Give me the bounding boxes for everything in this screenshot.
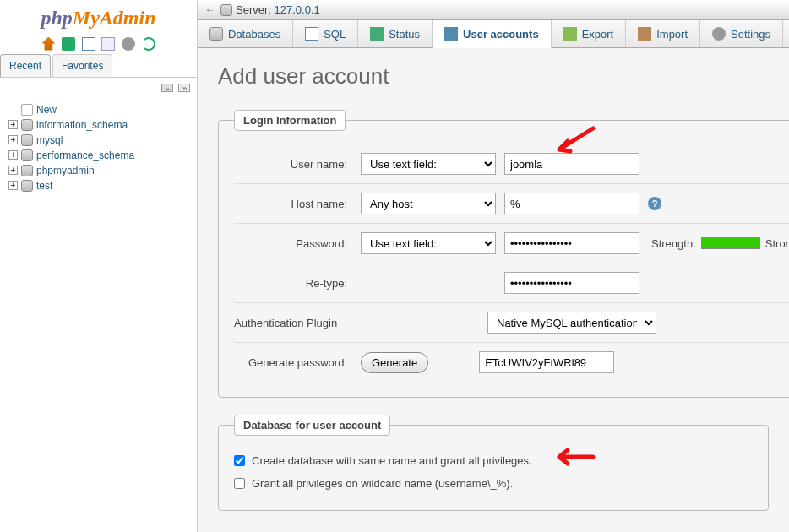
expand-icon[interactable]: +: [8, 120, 18, 129]
tab-sql[interactable]: SQL: [293, 20, 358, 47]
tree-item-phpmyadmin[interactable]: + phpmyadmin: [3, 163, 193, 178]
user-accounts-icon: [444, 27, 458, 41]
tree-item-mysql[interactable]: + mysql: [3, 133, 193, 148]
generated-password-input[interactable]: [479, 351, 614, 373]
create-db-label: Create database with same name and grant…: [252, 454, 532, 467]
sql-icon[interactable]: [82, 37, 95, 51]
tab-label: Databases: [228, 28, 280, 41]
wildcard-label: Grant all privileges on wildcard name (u…: [252, 477, 513, 490]
auth-plugin-select[interactable]: Native MySQL authentication: [487, 312, 656, 334]
import-icon: [638, 27, 651, 41]
collapse-icon[interactable]: −: [161, 84, 173, 92]
host-mode-select[interactable]: Any host: [361, 193, 496, 214]
strength-value: Strong: [765, 237, 789, 250]
username-input[interactable]: [504, 153, 639, 175]
tree-label: performance_schema: [36, 149, 134, 161]
annotation-arrow-icon: [547, 444, 597, 470]
hostname-label: Host name:: [234, 198, 361, 210]
database-icon: [21, 149, 33, 161]
export-icon: [563, 27, 577, 41]
help-icon[interactable]: ?: [648, 197, 661, 210]
logo-php: php: [41, 7, 72, 29]
logo-admin: Admin: [100, 7, 156, 29]
sql-icon: [305, 27, 318, 41]
gear-icon: [712, 27, 726, 41]
password-mode-select[interactable]: Use text field:: [361, 232, 496, 254]
breadcrumb-arrow-icon: ←: [204, 3, 215, 16]
sidebar-nav-tabs: Recent Favorites: [0, 54, 197, 78]
tab-databases[interactable]: Databases: [198, 20, 293, 47]
link-icon[interactable]: ∞: [178, 84, 190, 92]
generate-label: Generate password:: [234, 356, 361, 369]
password-input[interactable]: [504, 232, 639, 254]
database-user-legend: Database for user account: [234, 415, 390, 436]
login-info-fieldset: Login Information User name: Use text fi…: [218, 110, 789, 398]
tab-settings[interactable]: Settings: [700, 20, 783, 47]
expand-icon[interactable]: +: [8, 135, 18, 144]
tree-new[interactable]: New: [3, 102, 193, 117]
generate-button[interactable]: Generate: [361, 352, 428, 373]
tab-label: SQL: [324, 28, 346, 41]
page-title: Add user account: [218, 63, 769, 90]
new-db-icon: [21, 104, 33, 116]
database-icon: [21, 134, 33, 146]
server-label: Server:: [236, 3, 271, 16]
tree-label: test: [36, 180, 52, 192]
main-panel: ← Server: 127.0.0.1 Databases SQL Status…: [198, 0, 789, 532]
host-input[interactable]: [504, 193, 639, 214]
retype-input[interactable]: [504, 272, 639, 294]
tree-item-information-schema[interactable]: + information_schema: [3, 117, 193, 133]
create-db-checkbox[interactable]: [234, 455, 245, 466]
logo[interactable]: phpMyAdmin: [0, 0, 197, 33]
database-user-fieldset: Database for user account Create databas…: [218, 415, 769, 511]
tree-label: phpmyadmin: [36, 165, 95, 176]
server-icon: [220, 4, 232, 16]
tree-label: information_schema: [36, 119, 128, 131]
top-tabs: Databases SQL Status User accounts Expor…: [198, 20, 789, 48]
expand-icon[interactable]: +: [8, 181, 18, 190]
tab-status[interactable]: Status: [358, 20, 433, 47]
wildcard-checkbox[interactable]: [234, 478, 245, 489]
strength-label: Strength:: [651, 237, 696, 250]
tree-label: mysql: [36, 134, 63, 146]
login-info-legend: Login Information: [234, 110, 346, 131]
auth-plugin-label: Authentication Plugin: [234, 317, 487, 329]
settings-icon[interactable]: [122, 37, 135, 51]
database-icon: [21, 119, 33, 131]
tab-import[interactable]: Import: [626, 20, 700, 47]
docs-icon[interactable]: [101, 37, 115, 51]
tab-label: Status: [389, 28, 420, 41]
databases-icon: [209, 27, 223, 41]
nav-tab-favorites[interactable]: Favorites: [52, 54, 112, 77]
tree-new-label: New: [36, 104, 57, 116]
tab-label: User accounts: [463, 28, 539, 41]
db-tree: New + information_schema + mysql + perfo…: [0, 97, 197, 198]
strength-bar: [701, 237, 760, 249]
reload-icon[interactable]: [142, 37, 155, 51]
password-label: Password:: [234, 237, 361, 250]
username-mode-select[interactable]: Use text field:: [361, 153, 496, 175]
username-label: User name:: [234, 158, 361, 171]
tab-label: Export: [582, 28, 614, 41]
logout-icon[interactable]: [62, 37, 75, 51]
database-icon: [21, 180, 33, 192]
expand-icon[interactable]: +: [8, 166, 18, 175]
sidebar: phpMyAdmin Recent Favorites − ∞ New: [0, 0, 198, 532]
retype-label: Re-type:: [234, 277, 361, 290]
tree-item-test[interactable]: + test: [3, 178, 193, 193]
status-icon: [370, 27, 384, 41]
tab-export[interactable]: Export: [552, 20, 627, 47]
breadcrumb: ← Server: 127.0.0.1: [198, 0, 789, 20]
sidebar-toolbar: [0, 33, 197, 54]
server-value[interactable]: 127.0.0.1: [275, 3, 320, 16]
expand-icon[interactable]: +: [8, 150, 18, 160]
tree-item-performance-schema[interactable]: + performance_schema: [3, 148, 193, 163]
database-icon: [21, 165, 33, 176]
tab-label: Import: [656, 28, 688, 41]
home-icon[interactable]: [41, 37, 55, 51]
nav-tab-recent[interactable]: Recent: [0, 54, 51, 77]
tab-user-accounts[interactable]: User accounts: [433, 20, 552, 48]
logo-my: My: [73, 7, 100, 29]
tab-label: Settings: [731, 28, 770, 41]
